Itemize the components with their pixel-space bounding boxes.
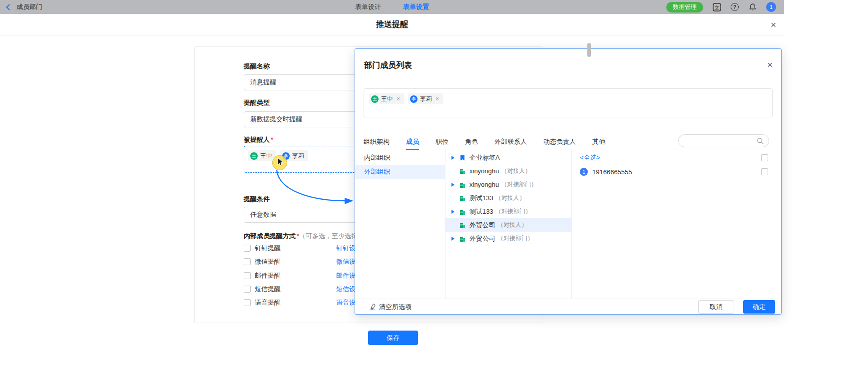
remove-tag-icon[interactable]: × [397,95,400,102]
org-item-external[interactable]: 外部组织 [355,165,445,179]
building-icon [459,181,466,188]
reminder-name-label: 提醒名称 [244,62,270,71]
select-all-link[interactable]: <全选> [580,153,600,162]
tab-role[interactable]: 角色 [465,134,478,150]
modal-title: 部门成员列表 [364,60,412,71]
tree-item-selected[interactable]: 外贸公司 （对接人） [445,218,571,232]
tree-item[interactable]: 测试133 （对接部门） [445,205,571,218]
tab-members[interactable]: 成员 [406,134,419,150]
selected-member-tag[interactable]: 王 王中 × [369,93,404,104]
reminder-type-label: 提醒类型 [244,98,270,107]
confirm-button[interactable]: 确定 [743,300,775,314]
member-tag[interactable]: 王 王中 [248,150,276,161]
member-name: 李莉 [292,152,304,160]
member-checkbox[interactable] [761,168,768,175]
page-header: 推送提醒 × [0,14,784,35]
dingtalk-checkbox[interactable] [244,245,251,252]
back-icon[interactable] [6,4,12,10]
building-icon [459,195,466,202]
condition-label: 提醒条件 [244,195,270,204]
bell-icon[interactable] [748,2,757,11]
selected-member-tag[interactable]: 李 李莉 × [408,93,443,104]
caret-spacer [451,164,459,178]
member-panel: <全选> 1 19166665555 [572,149,781,299]
clear-selection-button[interactable]: 清空所选项 [369,303,412,312]
tab-other[interactable]: 其他 [592,134,605,150]
sms-checkbox[interactable] [244,286,251,293]
tab-dynamic-owner[interactable]: 动态负责人 [543,134,576,150]
select-all-checkbox[interactable] [761,154,768,161]
modal-columns: 内部组织 外部组织 企业标签A xinyonghu [355,149,781,299]
tab-external-contacts[interactable]: 外部联系人 [494,134,527,150]
modal-footer: 清空所选项 取消 确定 [355,299,781,315]
org-type-list: 内部组织 外部组织 [355,149,445,299]
tab-form-design[interactable]: 表单设计 [355,2,381,11]
org-tree: 企业标签A xinyonghu （对接人） xinyonghu [445,149,572,299]
expand-icon[interactable] [451,205,459,218]
tag-icon [459,154,466,161]
clear-icon [369,303,376,311]
member-avatar: 1 [580,168,588,176]
remove-tag-icon[interactable]: × [435,95,439,102]
save-button[interactable]: 保存 [368,331,418,345]
voice-checkbox[interactable] [244,299,251,306]
member-avatar: 王 [250,152,258,160]
page-close-icon[interactable]: × [771,20,776,29]
search-input[interactable] [685,135,755,146]
page-title: 推送提醒 [376,19,408,30]
building-icon [459,222,466,229]
topbar: 成员部门 表单设计 表单设置 数据管理 文 ? 1 [0,0,784,14]
scrollbar-thumb[interactable] [587,43,591,57]
select-all-row: <全选> [572,151,781,165]
reminded-person-label: 被提醒人* [244,135,273,144]
search-icon[interactable] [757,137,764,145]
caret-spacer [451,191,459,205]
tree-item[interactable]: 测试133 （对接人） [445,191,571,205]
help-icon[interactable]: ? [730,2,739,11]
member-list-modal: 部门成员列表 × 王 王中 × 李 李莉 × 组织架构 成员 职位 角色 外部联… [355,48,782,315]
tab-form-settings[interactable]: 表单设置 [403,2,429,11]
member-name: 李莉 [420,95,432,103]
tree-item[interactable]: 外贸公司 （对接部门） [445,232,571,245]
cancel-button[interactable]: 取消 [698,300,734,314]
expand-icon[interactable] [451,178,459,191]
page-breadcrumb: 成员部门 [16,2,42,11]
caret-spacer [451,218,459,232]
tree-item[interactable]: xinyonghu （对接部门） [445,178,571,191]
building-icon [459,235,466,242]
member-phone: 19166665555 [592,168,632,176]
tree-item[interactable]: xinyonghu （对接人） [445,164,571,178]
wechat-checkbox[interactable] [244,258,251,265]
modal-search-box [678,134,769,147]
member-avatar: 李 [410,95,418,103]
expand-icon[interactable] [451,151,459,164]
modal-tabs: 组织架构 成员 职位 角色 外部联系人 动态负责人 其他 [364,134,622,150]
selected-members-box: 王 王中 × 李 李莉 × [364,88,773,117]
tab-position[interactable]: 职位 [435,134,448,150]
translate-icon[interactable]: 文 [712,2,721,11]
modal-close-icon[interactable]: × [767,60,773,69]
org-item-internal[interactable]: 内部组织 [355,151,445,165]
user-avatar[interactable]: 1 [766,2,776,12]
tab-org-structure[interactable]: 组织架构 [364,134,390,150]
required-asterisk: * [271,136,273,143]
tree-item[interactable]: 企业标签A [445,151,571,164]
member-avatar: 王 [371,95,379,103]
email-checkbox[interactable] [244,272,251,279]
expand-icon[interactable] [451,232,459,245]
app-window: 成员部门 表单设计 表单设置 数据管理 文 ? 1 推送提醒 × 提醒名称 提醒… [0,0,784,390]
member-row[interactable]: 1 19166665555 [572,165,781,179]
data-manage-button[interactable]: 数据管理 [666,2,703,12]
building-icon [459,168,466,175]
member-name: 王中 [260,152,272,160]
svg-text:文: 文 [714,4,719,10]
mouse-cursor-icon [276,157,284,167]
member-name: 王中 [381,95,393,103]
building-icon [459,208,466,215]
